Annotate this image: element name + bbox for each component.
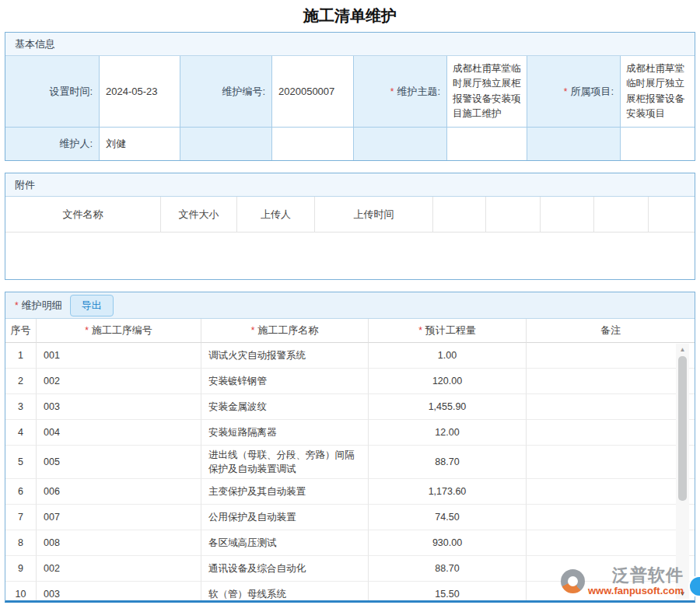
attachments-column-header xyxy=(433,197,486,233)
note-cell xyxy=(527,505,695,530)
process-code-cell: 006 xyxy=(37,479,201,505)
process-code-cell: 001 xyxy=(37,343,201,369)
required-marker: * xyxy=(390,86,394,97)
quantity-cell: 120.00 xyxy=(369,369,527,394)
process-code-cell: 003 xyxy=(37,582,201,603)
row-index-cell: 6 xyxy=(5,479,37,505)
row-index-cell: 3 xyxy=(5,394,37,420)
export-button[interactable]: 导出 xyxy=(70,295,114,316)
note-cell xyxy=(527,530,695,556)
process-code-cell: 002 xyxy=(37,369,201,394)
maintainer-value: 刘健 xyxy=(100,128,180,160)
attachments-column-header xyxy=(541,197,594,233)
details-title-text: *维护明细 xyxy=(15,299,62,313)
scrollbar-thumb[interactable] xyxy=(678,356,687,501)
required-marker: * xyxy=(251,325,255,336)
maint-subject-value: 成都杜甫草堂临时展厅独立展柜报警设备安装项目施工维护 xyxy=(447,56,527,128)
table-row[interactable]: 2 002 安装镀锌钢管 120.00 xyxy=(5,369,695,394)
quantity-cell: 1,173.60 xyxy=(369,479,527,505)
set-time-value: 2024-05-23 xyxy=(100,56,180,128)
note-cell xyxy=(527,582,695,603)
note-cell xyxy=(527,479,695,505)
scroll-up-icon[interactable]: ▲ xyxy=(676,344,689,355)
table-row[interactable]: 10 003 软（管）母线系统 15.50 xyxy=(5,582,695,603)
process-name-cell: 公用保护及自动装置 xyxy=(201,505,369,530)
table-row[interactable]: 9 002 通讯设备及综合自动化 88.70 xyxy=(5,556,695,582)
details-table-body: 1 001 调试火灾自动报警系统 1.00 2 002 安装镀锌钢管 120.0… xyxy=(5,343,695,603)
empty-value-cell xyxy=(272,128,354,160)
process-code-cell: 005 xyxy=(37,446,201,479)
attachments-header-row: 文件名称 文件大小 上传人 上传时间 xyxy=(5,197,695,233)
quantity-cell: 1.00 xyxy=(369,343,527,369)
attachments-section-title: 附件 xyxy=(5,173,695,197)
process-code-cell: 003 xyxy=(37,394,201,420)
attachments-column-header: 文件大小 xyxy=(161,197,237,233)
attachments-column-header: 文件名称 xyxy=(5,197,161,233)
table-row[interactable]: 1 001 调试火灾自动报警系统 1.00 xyxy=(5,343,695,369)
details-column-header: 序号 xyxy=(5,319,37,343)
basic-info-section-title: 基本信息 xyxy=(5,33,695,56)
note-cell xyxy=(527,446,695,479)
scroll-down-icon[interactable]: ▼ xyxy=(676,588,689,599)
process-code-cell: 007 xyxy=(37,505,201,530)
process-code-cell: 008 xyxy=(37,530,201,556)
attachments-column-header xyxy=(486,197,541,233)
attachments-empty-body xyxy=(5,233,695,279)
maintainer-label: 维护人: xyxy=(5,128,100,160)
required-marker: * xyxy=(564,86,568,97)
quantity-cell: 930.00 xyxy=(369,530,527,556)
process-code-cell: 004 xyxy=(37,420,201,446)
process-name-cell: 通讯设备及综合自动化 xyxy=(201,556,369,582)
basic-info-row-2: 维护人: 刘健 xyxy=(5,128,695,160)
row-index-cell: 7 xyxy=(5,505,37,530)
table-row[interactable]: 4 004 安装短路隔离器 12.00 xyxy=(5,420,695,446)
maint-no-label: 维护编号: xyxy=(180,56,272,128)
required-marker: * xyxy=(85,325,89,336)
table-row[interactable]: 6 006 主变保护及其自动装置 1,173.60 xyxy=(5,479,695,505)
empty-value-cell xyxy=(447,128,527,160)
details-section: *维护明细 导出 序号 *施工工序编号 *施工工序名称 *预计工程量 备注 1 … xyxy=(5,292,695,603)
attachments-column-header: 上传时间 xyxy=(315,197,433,233)
empty-label-cell xyxy=(354,128,447,160)
row-index-cell: 9 xyxy=(5,556,37,582)
table-row[interactable]: 8 008 各区域高压测试 930.00 xyxy=(5,530,695,556)
project-label: *所属项目: xyxy=(527,56,621,128)
table-row[interactable]: 3 003 安装金属波纹 1,455.90 xyxy=(5,394,695,420)
process-name-cell: 安装短路隔离器 xyxy=(201,420,369,446)
set-time-label: 设置时间: xyxy=(5,56,100,128)
row-index-cell: 4 xyxy=(5,420,37,446)
row-index-cell: 5 xyxy=(5,446,37,479)
table-row[interactable]: 7 007 公用保护及自动装置 74.50 xyxy=(5,505,695,530)
quantity-cell: 88.70 xyxy=(369,556,527,582)
basic-info-section: 基本信息 设置时间: 2024-05-23 维护编号: 2020050007 *… xyxy=(5,32,695,161)
vertical-scrollbar[interactable]: ▲ ▼ xyxy=(676,344,689,599)
required-marker: * xyxy=(418,325,422,336)
quantity-cell: 15.50 xyxy=(369,582,527,603)
details-column-header: *施工工序编号 xyxy=(37,319,201,343)
quantity-cell: 88.70 xyxy=(369,446,527,479)
process-name-cell: 软（管）母线系统 xyxy=(201,582,369,603)
quantity-cell: 74.50 xyxy=(369,505,527,530)
attachments-column-header xyxy=(649,197,695,233)
note-cell xyxy=(527,369,695,394)
empty-label-cell xyxy=(180,128,272,160)
row-index-cell: 2 xyxy=(5,369,37,394)
maint-no-value: 2020050007 xyxy=(272,56,354,128)
attachments-column-header xyxy=(594,197,649,233)
details-column-header: *预计工程量 xyxy=(369,319,527,343)
process-name-cell: 安装镀锌钢管 xyxy=(201,369,369,394)
process-name-cell: 各区域高压测试 xyxy=(201,530,369,556)
attachments-column-header: 上传人 xyxy=(237,197,315,233)
details-section-title: *维护明细 导出 xyxy=(5,292,695,319)
details-header-row: 序号 *施工工序编号 *施工工序名称 *预计工程量 备注 xyxy=(5,319,695,343)
required-marker: * xyxy=(15,300,19,311)
attachments-section: 附件 文件名称 文件大小 上传人 上传时间 xyxy=(5,173,695,280)
row-index-cell: 10 xyxy=(5,582,37,603)
process-name-cell: 调试火灾自动报警系统 xyxy=(201,343,369,369)
empty-label-cell xyxy=(527,128,621,160)
note-cell xyxy=(527,420,695,446)
quantity-cell: 12.00 xyxy=(369,420,527,446)
table-row[interactable]: 5 005 进出线（母联、分段、旁路）间隔保护及自动装置调试 88.70 xyxy=(5,446,695,479)
process-code-cell: 002 xyxy=(37,556,201,582)
basic-info-row-1: 设置时间: 2024-05-23 维护编号: 2020050007 *维护主题:… xyxy=(5,56,695,128)
